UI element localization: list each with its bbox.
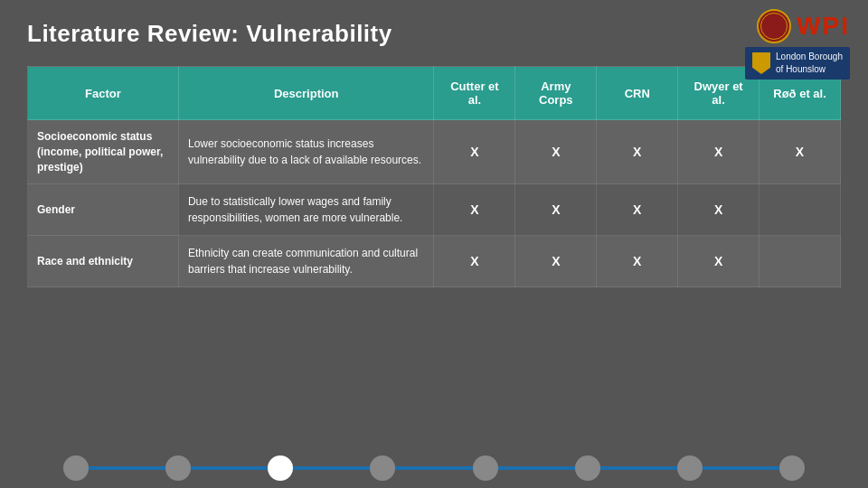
row2-dwyer: X — [678, 184, 760, 236]
row1-dwyer: X — [678, 120, 760, 184]
row2-army-corps: X — [515, 184, 597, 236]
london-text: London Borough of Hounslow — [776, 51, 843, 76]
nav-dot-7[interactable] — [677, 455, 703, 481]
nav-dot-1[interactable] — [63, 455, 89, 481]
row3-description: Ethnicity can create communication and c… — [178, 236, 434, 287]
row2-factor: Gender — [28, 184, 179, 236]
col-header-crn: CRN — [597, 67, 678, 120]
table-header-row: Factor Description Cutter et al. Army Co… — [28, 67, 841, 120]
col-header-cutter: Cutter et al. — [434, 67, 515, 120]
row1-crn: X — [597, 120, 678, 184]
nav-dot-6[interactable] — [575, 455, 600, 481]
row1-description: Lower socioeconomic status increases vul… — [178, 120, 434, 184]
col-header-description: Description — [178, 67, 434, 120]
col-header-factor: Factor — [28, 67, 179, 120]
row1-cutter: X — [434, 120, 515, 184]
vulnerability-table: Factor Description Cutter et al. Army Co… — [27, 66, 841, 287]
row3-army-corps: X — [515, 236, 597, 287]
wpi-logo: WPI — [757, 9, 850, 43]
table-row: Race and ethnicity Ethnicity can create … — [28, 236, 841, 287]
logo-area: WPI London Borough of Hounslow — [745, 9, 850, 80]
nav-dot-3[interactable] — [268, 455, 293, 481]
slide: Literature Review: Vulnerability WPI Lon… — [0, 0, 868, 488]
london-shield-icon — [752, 52, 770, 74]
row1-rod: X — [760, 120, 841, 184]
row2-description: Due to statistically lower wages and fam… — [178, 184, 434, 236]
row1-factor: Socioeconomic status (income, political … — [28, 120, 179, 184]
navigation-dots — [63, 455, 805, 481]
col-header-army-corps: Army Corps — [515, 67, 597, 120]
row2-cutter: X — [434, 184, 515, 236]
row3-crn: X — [597, 236, 678, 287]
nav-dot-4[interactable] — [370, 455, 395, 481]
row3-cutter: X — [434, 236, 515, 287]
nav-dot-8[interactable] — [779, 455, 805, 481]
table-row: Socioeconomic status (income, political … — [28, 120, 841, 184]
london-logo: London Borough of Hounslow — [745, 47, 850, 80]
wpi-text: WPI — [797, 12, 850, 41]
table-row: Gender Due to statistically lower wages … — [28, 184, 841, 236]
nav-dot-5[interactable] — [473, 455, 498, 481]
row3-dwyer: X — [678, 236, 760, 287]
page-title: Literature Review: Vulnerability — [0, 0, 868, 57]
row1-army-corps: X — [515, 120, 597, 184]
wpi-circle-icon — [757, 9, 791, 43]
nav-dot-2[interactable] — [165, 455, 191, 481]
row3-factor: Race and ethnicity — [28, 236, 179, 287]
row3-rod — [760, 236, 841, 287]
row2-crn: X — [597, 184, 678, 236]
row2-rod — [760, 184, 841, 236]
